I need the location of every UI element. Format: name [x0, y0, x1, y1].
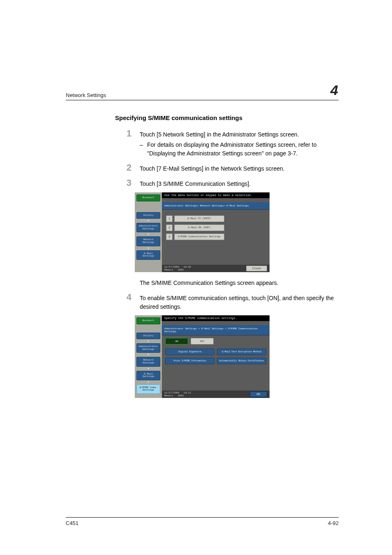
status-memory: 100% [178, 394, 183, 397]
status-bar: 11/17/2006 18:05 Memory 100% Close [162, 265, 270, 272]
sidebar-utility[interactable]: Utility [136, 212, 160, 219]
screenshot-smime-settings: Bookmark Utility ▾ Administrator Setting… [135, 315, 270, 398]
menu-label: E-Mail TX (SMTP) [174, 215, 224, 222]
section-title: Network Settings [66, 92, 106, 98]
status-date: 11/17/2006 [164, 391, 179, 394]
down-arrow-icon: ▾ [136, 368, 160, 370]
print-smime-info-button[interactable]: Print S/MIME Information [165, 358, 214, 364]
sidebar-email-settings[interactable]: E-Mail Settings [136, 250, 160, 260]
settings-grid: Digital Signature E-Mail Text Encryption… [162, 349, 270, 389]
header-rule [66, 100, 339, 100]
step-1: 1 Touch [5 Network Setting] in the Admin… [115, 129, 339, 158]
step-subtext: For details on displaying the Administra… [147, 141, 339, 158]
menu-list: 1 E-Mail TX (SMTP) 2 E-Mail RX (POP) 3 S… [162, 210, 270, 263]
sidebar-network-settings[interactable]: Network Settings [136, 357, 160, 366]
heading: Specifying S/MIME communication settings [115, 114, 339, 121]
menu-item-emailrx[interactable]: 2 E-Mail RX (POP) [166, 224, 265, 231]
sidebar-smime-settings[interactable]: S/MIME Comm. Settings [136, 384, 160, 394]
breadcrumb: Administrator Settings > E-Mail Settings… [162, 325, 270, 335]
encryption-method-button[interactable]: E-Mail Text Encryption Method [217, 349, 266, 355]
step-text: Touch [5 Network Setting] in the Adminis… [140, 130, 339, 139]
step-number: 2 [115, 163, 140, 173]
continuation-text: The S/MIME Communication Settings screen… [140, 279, 339, 287]
status-date: 11/17/2006 [164, 266, 179, 268]
dash-bullet: – [140, 141, 147, 158]
menu-item-emailtx[interactable]: 1 E-Mail TX (SMTP) [166, 215, 265, 222]
step-3: 3 Touch [3 S/MIME Communication Settings… [115, 178, 339, 188]
down-arrow-icon: ▾ [136, 354, 160, 356]
step-text: Touch [3 S/MIME Communication Settings]. [140, 178, 339, 188]
status-mem-label: Memory [164, 394, 173, 397]
on-button[interactable]: ON [165, 338, 188, 345]
down-arrow-icon: ▾ [136, 220, 160, 222]
side-column: Bookmark Utility ▾ Administrator Setting… [135, 315, 162, 398]
menu-item-smime[interactable]: 3 S/MIME Communication Settings [166, 234, 265, 240]
step-number: 3 [115, 178, 140, 188]
step-number: 1 [115, 129, 140, 139]
down-arrow-icon: ▾ [136, 340, 160, 342]
status-bar: 11/17/2006 18:11 Memory 100% OK [162, 391, 270, 398]
chapter-number: 4 [330, 82, 339, 98]
main-column: Specify the S/MIME communication setting… [162, 315, 270, 398]
footer-page: 4-92 [328, 520, 339, 526]
sidebar-utility[interactable]: Utility [136, 333, 160, 340]
main-column: Use the menu buttons or keypad to make a… [162, 192, 270, 272]
sidebar-email-settings[interactable]: E-Mail Settings [136, 371, 160, 380]
down-arrow-icon: ▾ [136, 247, 160, 249]
bookmark-button[interactable]: Bookmark [136, 194, 160, 201]
status-time: 18:11 [184, 391, 191, 394]
page: Network Settings 4 Specifying S/MIME com… [0, 0, 392, 555]
sidebar-admin-settings[interactable]: Administrator Settings [136, 343, 160, 353]
bookmark-button[interactable]: Bookmark [136, 317, 160, 324]
breadcrumb: Administrator Settings> Network Settings… [162, 202, 270, 210]
step-4: 4 To enable S/MIME communication setting… [115, 292, 339, 311]
step-subitem: – For details on displaying the Administ… [140, 141, 339, 158]
off-button[interactable]: OFF [191, 338, 214, 345]
step-2: 2 Touch [7 E-Mail Settings] in the Netwo… [115, 163, 339, 173]
on-off-row: ON OFF [162, 335, 270, 349]
page-footer: C451 4-92 [66, 517, 339, 526]
sidebar-admin-settings[interactable]: Administrator Settings [136, 223, 160, 232]
menu-number: 2 [166, 224, 173, 231]
step-number: 4 [115, 292, 140, 302]
step-text: To enable S/MIME communication settings,… [140, 292, 339, 311]
screenshot-email-settings: Bookmark Utility ▾ Administrator Setting… [135, 192, 270, 272]
status-time: 18:05 [184, 266, 191, 268]
down-arrow-icon: ▾ [136, 234, 160, 235]
instruction-bar: Specify the S/MIME communication setting… [162, 315, 270, 321]
side-column: Bookmark Utility ▾ Administrator Setting… [135, 192, 162, 272]
status-memory: 100% [178, 268, 183, 271]
footer-rule [66, 517, 339, 518]
step-text: Touch [7 E-Mail Settings] in the Network… [140, 163, 339, 173]
obtain-certificates-button[interactable]: Automatically Obtain Certificates [217, 358, 266, 364]
menu-label: E-Mail RX (POP) [174, 224, 224, 231]
instruction-bar: Use the menu buttons or keypad to make a… [162, 192, 270, 198]
digital-signature-button[interactable]: Digital Signature [165, 349, 214, 355]
menu-label: S/MIME Communication Settings [174, 234, 224, 240]
sidebar-network-settings[interactable]: Network Settings [136, 236, 160, 246]
ok-button[interactable]: OK [250, 391, 267, 397]
menu-number: 1 [166, 215, 173, 222]
status-mem-label: Memory [164, 268, 173, 271]
close-button[interactable]: Close [246, 266, 267, 271]
page-header: Network Settings 4 [66, 82, 339, 98]
footer-model: C451 [66, 520, 78, 526]
menu-number: 3 [166, 234, 173, 240]
down-arrow-icon: ▾ [136, 382, 160, 383]
